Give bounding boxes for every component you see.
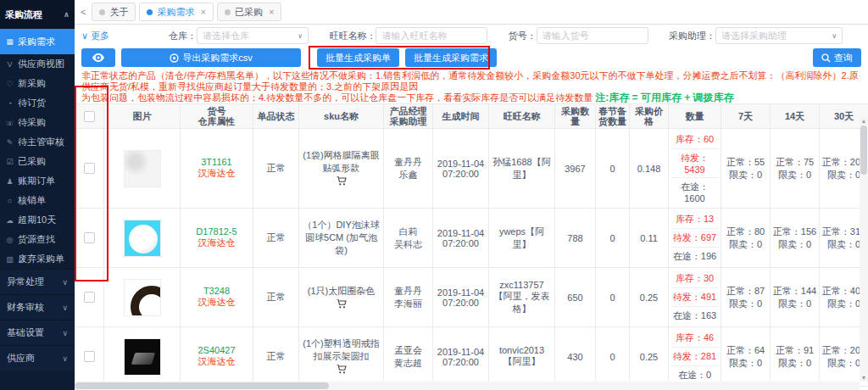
vertical-scroll-thumb[interactable] [860,125,867,175]
wangwang-input[interactable] [376,27,487,44]
sidebar-item-待订货[interactable]: ◔待订货 [0,93,75,113]
scroll-up-icon[interactable]: ▲ [861,116,867,125]
horizontal-scrollbar[interactable] [75,382,860,390]
sidebar-item-核销单[interactable]: ○核销单 [0,191,75,210]
item-code[interactable]: T3248 [182,286,251,296]
product-thumbnail[interactable] [124,338,161,376]
sidebar-item-采购需求[interactable]: ▦采购需求 [0,29,75,54]
sidebar-item-label: 采购需求 [18,36,55,48]
sidebar-item-货源查找[interactable]: ◎货源查找 [0,230,75,249]
sidebar-item-待采购[interactable]: ☏待采购 [0,113,75,132]
close-icon[interactable]: × [200,7,205,17]
notice-line-2: 为包装问题，包装物流过程中容易损坏的；4.待发数量不多的，可以让仓库盘一下库存，… [81,92,861,103]
purchase-qty-cell: 3967 [555,129,596,209]
row-checkbox[interactable] [84,163,95,174]
clock-icon: ◔ [5,99,14,108]
row-checkbox[interactable] [84,292,95,303]
item-no-input[interactable] [537,27,648,44]
query-button[interactable]: 查询 [813,48,861,67]
batch-create-request-button[interactable]: 批量生成采购需求 [405,48,497,67]
row-checkbox[interactable] [84,351,95,362]
column-header: 7天 [721,104,771,129]
purchase-notice: 非正常状态的产品（清仓/停产/存档黑名单），以下这些情况不做采购：1.销售利润低… [75,70,868,103]
item-code-cell: 2S40427汉海达仓 [181,327,253,387]
created-time-cell: 2019-11-0407:20:00 [433,268,489,327]
check-square-icon: ☑ [5,158,14,166]
tab-采购需求[interactable]: 采购需求× [139,3,213,21]
row-select-cell [75,129,104,209]
sales-14d-normal: 正常：91 [772,344,817,357]
purchase-request-table-wrap: 图片货号仓库属性单品状态sku名称产品经理采购助理生成时间旺旺名称采购数量春节备… [75,103,868,390]
purchase-price-cell: 0.148 [630,129,669,209]
sidebar-item-已采购[interactable]: ☑已采购 [0,152,75,171]
purchase-qty-cell: 430 [555,327,596,387]
purchase-qty-cell: 650 [555,268,596,327]
column-header-line: 采购数量 [557,106,593,126]
sidebar-group-财务审核[interactable]: 财务审核∨ [0,294,75,320]
product-thumbnail[interactable] [124,150,161,187]
sidebar-item-新采购[interactable]: ♡新采购 [0,74,75,93]
item-code[interactable]: 3T1161 [182,157,251,167]
row-select-cell [75,209,104,268]
sidebar-group-基础设置[interactable]: 基础设置∨ [0,320,75,345]
assistant-placeholder: 请选择采购助理 [721,30,787,42]
column-header: 数量 [669,104,721,129]
cart-icon-wrap[interactable] [301,176,381,187]
sidebar-item-废弃采购单[interactable]: ▥废弃采购单 [0,249,75,269]
scroll-down-icon[interactable]: ▼ [861,373,867,382]
sidebar-title[interactable]: 采购流程 ∧ [0,0,75,29]
assistant-label: 采购助理： [669,30,715,42]
tab-已采购[interactable]: 已采购× [217,3,281,21]
export-csv-button[interactable]: 导出采购需求csv [121,48,301,67]
sales-7d-normal: 正常：64 [723,344,768,357]
warehouse-select[interactable]: 请选择仓库 ∨ [197,27,309,44]
chevron-up-icon: ∧ [64,10,70,19]
preview-button[interactable] [81,48,115,67]
item-code[interactable]: 2S40427 [182,345,251,355]
supplier-icon: V [5,60,14,69]
warehouse-placeholder: 请选择仓库 [203,30,249,42]
column-header: 货号仓库属性 [181,104,253,129]
purchase-assistant: 乐鑫 [386,169,431,181]
phone-icon: ☏ [5,119,14,127]
warehouse-label: 仓库： [169,30,197,42]
sales-14d-limited: 限卖：0 [772,357,817,370]
product-thumbnail[interactable] [124,220,161,257]
cart-icon-wrap[interactable] [301,299,381,310]
product-manager: 孟亚会 [386,344,431,357]
sidebar-item-待主管审核[interactable]: ✎待主管审核 [0,132,75,152]
sales-7d-limited: 限卖：0 [723,357,768,370]
sidebar-group-异常处理[interactable]: 异常处理∨ [0,269,75,294]
product-thumbnail[interactable] [124,279,161,316]
sidebar-item-label: 待主管审核 [18,136,64,148]
sidebar-item-超期10天[interactable]: ☁超期10天 [0,210,75,230]
vertical-scrollbar[interactable]: ▲ ▼ [860,116,868,382]
batch-create-po-button[interactable]: 批量生成采购单 [317,48,399,67]
spring-festival-qty-cell: 0 [596,327,630,387]
sku-name-cell: （1个）DIY泡沫球圆球5CM (加气泡袋) [299,209,384,268]
sidebar-item-供应商视图[interactable]: V供应商视图 [0,54,75,74]
sku-name-cell: (1个)塑料透明戒指扣展示架圆扣 [299,327,384,387]
more-toggle[interactable]: ∨ 更多 [81,30,109,42]
batch-create-po-label: 批量生成采购单 [326,52,391,64]
created-date: 2019-11-04 [435,287,487,298]
cart-icon-wrap[interactable] [301,365,381,376]
tab-关于[interactable]: 关于 [92,3,136,21]
select-all-checkbox[interactable] [84,111,95,122]
assistant-select[interactable]: 请选择采购助理 ∨ [715,27,843,44]
stock-formula-note: 注:库存 = 可用库存 + 调拨库存 [595,92,733,103]
sidebar-item-label: 货源查找 [18,233,55,246]
sidebar-item-账期订单[interactable]: ♟账期订单 [0,171,75,191]
tab-label: 已采购 [235,6,263,19]
filter-assistant: 采购助理： 请选择采购助理 ∨ [669,27,843,44]
row-checkbox[interactable] [84,232,95,243]
item-code[interactable]: D17812-5 [182,226,251,237]
column-header-line: 仓库属性 [182,116,251,126]
sidebar-group-供应商[interactable]: 供应商∨ [0,345,75,370]
status-cell: 正常 [253,209,299,268]
horizontal-scroll-thumb[interactable] [75,382,329,389]
close-icon[interactable]: × [269,7,274,17]
tab-scroll-left-icon[interactable]: < [78,7,88,17]
column-header-line: 采购价格 [632,106,666,126]
row-select-cell [75,268,104,327]
